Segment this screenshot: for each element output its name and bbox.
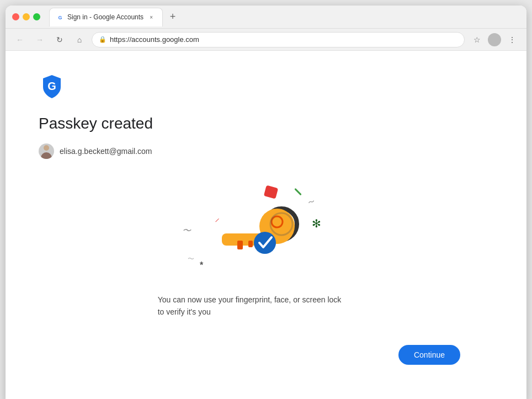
menu-button[interactable]: ⋮: [504, 32, 520, 47]
deco-red-blob: [264, 185, 278, 199]
new-tab-button[interactable]: +: [165, 9, 180, 25]
active-tab[interactable]: G Sign in - Google Accounts ×: [49, 8, 163, 26]
browser-window: G Sign in - Google Accounts × + ← → ↻ ⌂ …: [6, 6, 526, 399]
user-avatar: [39, 143, 54, 159]
deco-squiggle-tl: 〜: [182, 225, 191, 237]
tab-favicon: G: [56, 13, 64, 21]
bookmark-button[interactable]: ☆: [469, 32, 485, 47]
key-svg: [205, 198, 316, 272]
svg-text:G: G: [58, 15, 62, 20]
deco-green-dash: [294, 188, 301, 195]
page-content: G Passkey created elisa.g.beckett@gmail.…: [6, 51, 526, 399]
illustration-panel: * ✻ 〜 〜 〜 /: [39, 181, 460, 365]
description-text: You can now use your fingerprint, face, …: [158, 294, 342, 318]
bottom-actions: Continue: [39, 329, 460, 365]
page-title: Passkey created: [39, 115, 493, 132]
svg-rect-8: [248, 241, 253, 247]
svg-point-9: [254, 232, 276, 254]
profile-icon[interactable]: [488, 33, 501, 46]
svg-text:G: G: [47, 80, 56, 92]
tab-close-button[interactable]: ×: [147, 13, 156, 22]
lock-icon: 🔒: [99, 36, 107, 43]
home-button[interactable]: ⌂: [72, 32, 87, 47]
forward-button[interactable]: →: [32, 32, 47, 47]
url-bar[interactable]: 🔒 https://accounts.google.com: [92, 32, 465, 47]
google-shield-logo: G: [39, 73, 493, 115]
key-illustration: * ✻ 〜 〜 〜 /: [172, 181, 327, 280]
deco-asterisk: *: [200, 260, 203, 270]
minimize-button[interactable]: [23, 13, 30, 20]
user-row: elisa.g.beckett@gmail.com: [39, 143, 493, 159]
traffic-lights: [12, 13, 40, 20]
maximize-button[interactable]: [33, 13, 40, 20]
user-email: elisa.g.beckett@gmail.com: [60, 147, 152, 156]
refresh-button[interactable]: ↻: [52, 32, 67, 47]
avatar-head: [44, 145, 49, 151]
back-button[interactable]: ←: [12, 32, 28, 47]
address-bar: ← → ↻ ⌂ 🔒 https://accounts.google.com ☆ …: [6, 29, 526, 51]
avatar-body: [41, 152, 52, 159]
main-area: * ✻ 〜 〜 〜 /: [39, 181, 493, 365]
tab-bar: G Sign in - Google Accounts × +: [49, 8, 520, 26]
continue-button[interactable]: Continue: [398, 345, 460, 365]
url-text: https://accounts.google.com: [110, 35, 199, 44]
svg-rect-7: [237, 241, 243, 249]
title-bar: G Sign in - Google Accounts × +: [6, 6, 526, 29]
close-button[interactable]: [12, 13, 19, 20]
avatar-shape: [39, 143, 54, 159]
deco-squiggle-bl: 〜: [188, 254, 194, 264]
tab-title: Sign in - Google Accounts: [67, 13, 143, 21]
address-actions: ☆ ⋮: [469, 32, 520, 47]
